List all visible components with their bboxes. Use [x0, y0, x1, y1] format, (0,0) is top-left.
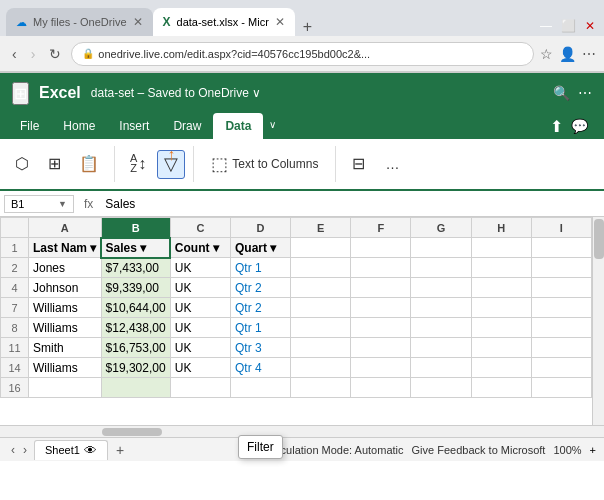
h-scroll-thumb[interactable] — [102, 428, 162, 436]
cell-f16[interactable] — [351, 378, 411, 398]
scroll-thumb[interactable] — [594, 219, 604, 259]
cell-f4[interactable] — [351, 278, 411, 298]
cell-g1[interactable] — [411, 238, 471, 258]
get-data-button[interactable]: ⬡ — [8, 151, 36, 178]
cell-b7[interactable]: $10,644,00 — [101, 298, 170, 318]
comment-button[interactable]: 💬 — [571, 118, 588, 134]
cell-a8[interactable]: Williams — [29, 318, 102, 338]
col-header-a[interactable]: A — [29, 218, 102, 238]
cell-g2[interactable] — [411, 258, 471, 278]
cell-e1[interactable] — [291, 238, 351, 258]
cell-f11[interactable] — [351, 338, 411, 358]
cell-f1[interactable] — [351, 238, 411, 258]
cell-d4[interactable]: Qtr 2 — [230, 278, 290, 298]
cell-e11[interactable] — [291, 338, 351, 358]
cell-f7[interactable] — [351, 298, 411, 318]
cell-a1[interactable]: Last Nam ▾ — [29, 238, 102, 258]
cell-i7[interactable] — [531, 298, 591, 318]
cell-g11[interactable] — [411, 338, 471, 358]
cell-a14[interactable]: Williams — [29, 358, 102, 378]
cell-b4[interactable]: $9,339,00 — [101, 278, 170, 298]
cell-h2[interactable] — [471, 258, 531, 278]
more-ribbon-button[interactable]: … — [376, 151, 408, 177]
cell-e2[interactable] — [291, 258, 351, 278]
col-header-i[interactable]: I — [531, 218, 591, 238]
cell-i14[interactable] — [531, 358, 591, 378]
filter-button[interactable]: ▽ — [157, 150, 185, 179]
cell-e7[interactable] — [291, 298, 351, 318]
cell-a16[interactable] — [29, 378, 102, 398]
cell-a11[interactable]: Smith — [29, 338, 102, 358]
cell-a2[interactable]: Jones — [29, 258, 102, 278]
cell-d11[interactable]: Qtr 3 — [230, 338, 290, 358]
cell-d8[interactable]: Qtr 1 — [230, 318, 290, 338]
apps-grid-icon[interactable]: ⊞ — [12, 82, 29, 105]
cell-d2[interactable]: Qtr 1 — [230, 258, 290, 278]
properties-button[interactable]: 📋 — [72, 151, 106, 178]
col-header-b[interactable]: B — [101, 218, 170, 238]
cell-h14[interactable] — [471, 358, 531, 378]
cell-g7[interactable] — [411, 298, 471, 318]
cell-i8[interactable] — [531, 318, 591, 338]
tab-close-excel[interactable]: ✕ — [275, 15, 285, 29]
cell-c2[interactable]: UK — [170, 258, 230, 278]
cell-c1[interactable]: Count ▾ — [170, 238, 230, 258]
back-button[interactable]: ‹ — [8, 44, 21, 64]
settings-button[interactable]: ⋯ — [582, 46, 596, 62]
cell-e8[interactable] — [291, 318, 351, 338]
sheet-prev-button[interactable]: ‹ — [8, 443, 18, 457]
cell-h8[interactable] — [471, 318, 531, 338]
add-sheet-button[interactable]: + — [112, 442, 128, 458]
cell-c16[interactable] — [170, 378, 230, 398]
cell-d14[interactable]: Qtr 4 — [230, 358, 290, 378]
tab-data[interactable]: Data — [213, 113, 263, 139]
cell-reference-box[interactable]: B1 ▼ — [4, 195, 74, 213]
zoom-in-button[interactable]: + — [590, 444, 596, 456]
connections-button[interactable]: ⊞ — [40, 151, 68, 178]
cell-e16[interactable] — [291, 378, 351, 398]
url-field[interactable]: 🔒 onedrive.live.com/edit.aspx?cid=40576c… — [71, 42, 534, 66]
cell-b16[interactable] — [101, 378, 170, 398]
cell-c14[interactable]: UK — [170, 358, 230, 378]
cell-h4[interactable] — [471, 278, 531, 298]
cell-i1[interactable] — [531, 238, 591, 258]
sort-az-button[interactable]: AZ ↕ — [123, 149, 153, 180]
new-tab-button[interactable]: + — [295, 18, 320, 36]
cell-g8[interactable] — [411, 318, 471, 338]
vertical-scrollbar[interactable] — [592, 217, 604, 425]
search-icon[interactable]: 🔍 — [553, 85, 570, 101]
cell-b2[interactable]: $7,433,00 — [101, 258, 170, 278]
cell-c4[interactable]: UK — [170, 278, 230, 298]
col-header-e[interactable]: E — [291, 218, 351, 238]
cell-d16[interactable] — [230, 378, 290, 398]
cell-d1[interactable]: Quart ▾ — [230, 238, 290, 258]
group-button[interactable]: ⊟ — [344, 151, 372, 178]
cell-c7[interactable]: UK — [170, 298, 230, 318]
tab-close-onedrive[interactable]: ✕ — [133, 15, 143, 29]
share-button[interactable]: ⬆ — [550, 117, 563, 136]
col-header-c[interactable]: C — [170, 218, 230, 238]
formula-input[interactable]: Sales — [103, 195, 600, 213]
cell-e14[interactable] — [291, 358, 351, 378]
cell-h11[interactable] — [471, 338, 531, 358]
cell-e4[interactable] — [291, 278, 351, 298]
cell-d7[interactable]: Qtr 2 — [230, 298, 290, 318]
text-to-columns-button[interactable]: ⬚ Text to Columns — [202, 148, 327, 180]
profile-button[interactable]: 👤 — [559, 46, 576, 62]
cell-b11[interactable]: $16,753,00 — [101, 338, 170, 358]
cell-f8[interactable] — [351, 318, 411, 338]
maximize-button[interactable]: ⬜ — [558, 16, 578, 36]
col-header-f[interactable]: F — [351, 218, 411, 238]
cell-i2[interactable] — [531, 258, 591, 278]
tab-home[interactable]: Home — [51, 113, 107, 139]
cell-a4[interactable]: Johnson — [29, 278, 102, 298]
close-window-button[interactable]: ✕ — [580, 16, 600, 36]
more-options-icon[interactable]: ⋯ — [578, 85, 592, 101]
forward-button[interactable]: › — [27, 44, 40, 64]
tab-excel[interactable]: X data-set.xlsx - Micr ✕ — [153, 8, 295, 36]
cell-i16[interactable] — [531, 378, 591, 398]
cell-f2[interactable] — [351, 258, 411, 278]
cell-b14[interactable]: $19,302,00 — [101, 358, 170, 378]
sheet-tab-sheet1[interactable]: Sheet1 👁 — [34, 440, 108, 460]
cell-h1[interactable] — [471, 238, 531, 258]
